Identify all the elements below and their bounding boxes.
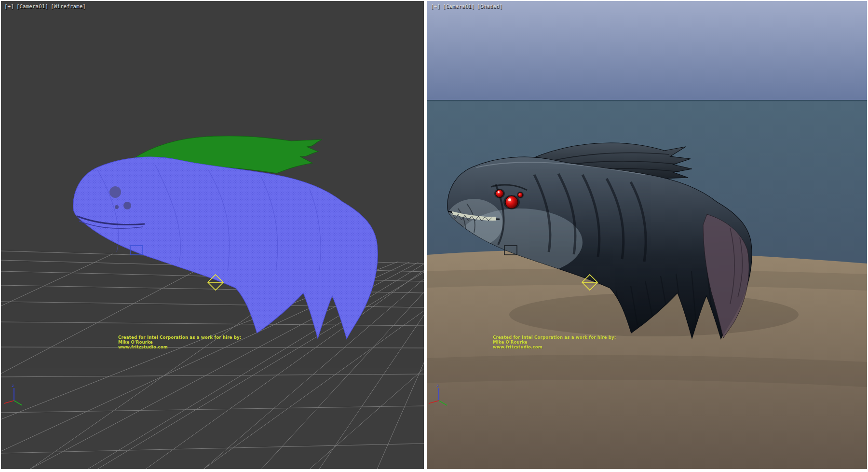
viewport-menu-expand[interactable]: [+] — [4, 3, 14, 10]
viewport-menu-expand[interactable]: [+] — [431, 3, 440, 10]
viewport-label-shaded: [+] [Camera01] [Shaded] — [431, 3, 502, 10]
watermark-line: www.fritzstudio.com — [118, 345, 241, 349]
viewport-menu-shading[interactable]: [Wireframe] — [51, 3, 86, 10]
viewport-wireframe[interactable]: z [+] [Camera01] [Wireframe] Created for… — [1, 1, 424, 469]
viewport-wireframe-canvas[interactable]: z — [1, 1, 424, 469]
viewport-shaded[interactable]: z [+] [Camera01] [Shaded] Created for In… — [427, 1, 867, 469]
watermark-line: Mike O'Rourke — [493, 340, 616, 345]
viewport-menu-shading[interactable]: [Shaded] — [477, 3, 502, 10]
watermark-text: Created for Intel Corporation as a work … — [118, 335, 241, 349]
horizon-line — [427, 100, 867, 101]
viewport-menu-camera[interactable]: [Camera01] — [443, 3, 475, 10]
watermark-line: Created for Intel Corporation as a work … — [118, 335, 241, 340]
sky — [427, 1, 867, 102]
axis-z-label: z — [436, 383, 439, 388]
axis-z-label: z — [12, 383, 14, 388]
viewport-menu-camera[interactable]: [Camera01] — [16, 3, 48, 10]
watermark-text: Created for Intel Corporation as a work … — [493, 335, 616, 349]
viewport-shaded-canvas[interactable]: z — [427, 1, 867, 469]
watermark-line: Mike O'Rourke — [118, 340, 241, 345]
viewport-label-wireframe: [+] [Camera01] [Wireframe] — [4, 3, 86, 10]
watermark-line: Created for Intel Corporation as a work … — [493, 335, 616, 340]
viewport-split-layout: z [+] [Camera01] [Wireframe] Created for… — [0, 0, 868, 472]
watermark-line: www.fritzstudio.com — [493, 345, 616, 349]
